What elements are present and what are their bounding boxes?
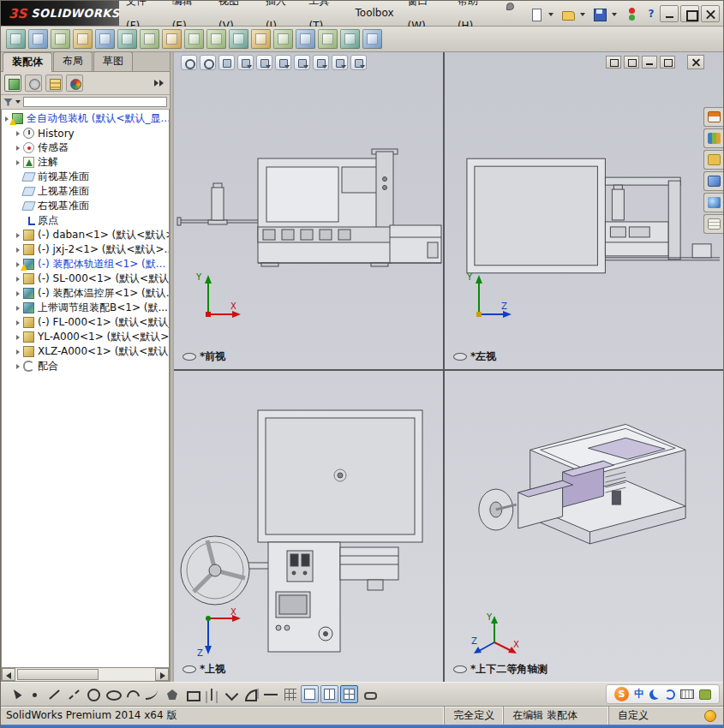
exploded-view-icon[interactable]	[229, 29, 248, 49]
grid-snap-icon[interactable]	[281, 685, 299, 703]
design-library-icon[interactable]	[703, 128, 723, 148]
ime-punctuation-icon[interactable]	[665, 689, 675, 700]
smart-fasteners-icon[interactable]	[73, 29, 93, 49]
help-button[interactable]: ?	[643, 5, 660, 22]
tree-item[interactable]: 上带调节组装配B<1> (默...	[2, 301, 169, 315]
viewport-divider-vertical[interactable]	[443, 52, 445, 682]
file-explorer-icon[interactable]	[703, 150, 723, 170]
tree-item[interactable]: XLZ-A000<1> (默认<默认...	[2, 344, 169, 359]
tree-item[interactable]: 前视基准面	[2, 170, 169, 184]
sogou-logo-icon[interactable]: S	[614, 687, 629, 701]
tree-item[interactable]: (-) SL-000<1> (默认<默认_...	[2, 272, 169, 286]
expand-arrow-icon[interactable]	[16, 320, 20, 325]
save-button[interactable]	[590, 5, 607, 22]
cascade-windows-button[interactable]	[606, 56, 621, 69]
tree-item[interactable]: (-) 装配体轨道组<1> (默...	[2, 257, 169, 272]
scroll-left-button[interactable]	[2, 668, 15, 681]
expand-arrow-icon[interactable]	[16, 146, 20, 151]
appearances-scenes-icon[interactable]	[703, 193, 723, 212]
apply-scene-icon[interactable]	[332, 55, 348, 70]
open-dropdown-icon[interactable]	[579, 5, 587, 22]
scrollbar-thumb[interactable]	[17, 669, 99, 680]
expand-arrow-icon[interactable]	[16, 262, 20, 267]
panel-tab[interactable]: 布局	[53, 51, 93, 71]
previous-view-icon[interactable]	[218, 55, 235, 70]
tree-item[interactable]: (-) 装配体温控屏<1> (默认...	[2, 286, 169, 301]
linear-component-pattern-icon[interactable]	[51, 29, 70, 49]
insert-component-icon[interactable]	[6, 29, 26, 49]
sketch-arc-icon[interactable]	[123, 685, 141, 703]
display-style-icon[interactable]	[275, 55, 291, 70]
view-orientation-icon[interactable]	[256, 55, 272, 70]
tree-item[interactable]: 全自动包装机 (默认<默认_显...	[2, 111, 169, 126]
save-dropdown-icon[interactable]	[611, 5, 619, 22]
tile-windows-button[interactable]	[624, 56, 639, 69]
filter-dropdown-arrow[interactable]	[15, 100, 21, 104]
single-view-icon[interactable]	[301, 685, 319, 703]
ime-fullhalf-icon[interactable]	[649, 689, 660, 700]
tree-item[interactable]: 右视基准面	[2, 199, 169, 213]
tree-item[interactable]: YL-A000<1> (默认<默认>...	[2, 330, 169, 344]
quick-tips-icon[interactable]	[704, 710, 716, 722]
edit-appearance-icon[interactable]	[313, 55, 329, 70]
trim-entities-icon[interactable]	[222, 685, 240, 703]
expand-arrow-icon[interactable]	[16, 291, 20, 296]
tree-item[interactable]: 原点	[2, 213, 169, 228]
tree-horizontal-scrollbar[interactable]	[1, 668, 170, 682]
expand-arrow-icon[interactable]	[16, 131, 20, 136]
panel-tab[interactable]: 装配体	[3, 52, 52, 72]
tree-item[interactable]: 上视基准面	[2, 184, 169, 199]
zoom-to-fit-icon[interactable]	[181, 55, 197, 70]
configurationmanager-tab[interactable]	[45, 75, 63, 92]
sketch-point-icon[interactable]	[25, 685, 43, 703]
centerline-icon[interactable]	[64, 685, 82, 703]
expand-arrow-icon[interactable]	[16, 160, 20, 165]
tree-item[interactable]: 配合	[2, 359, 169, 373]
ime-language-indicator[interactable]: 中	[634, 687, 644, 701]
reference-geometry-icon[interactable]	[162, 29, 182, 49]
two-view-icon[interactable]	[320, 685, 338, 703]
flyout-chevron-icon[interactable]	[153, 76, 166, 90]
scroll-right-button[interactable]	[155, 668, 169, 681]
bill-of-materials-icon[interactable]	[206, 29, 226, 49]
close-button[interactable]	[701, 5, 720, 22]
move-component-icon[interactable]	[95, 29, 115, 49]
section-view-icon[interactable]	[318, 29, 338, 49]
instant3d-icon[interactable]	[362, 29, 382, 49]
mirror-entities-icon[interactable]	[202, 685, 220, 703]
sketch-polygon-icon[interactable]	[163, 685, 181, 703]
solidworks-resources-icon[interactable]	[703, 107, 723, 127]
soft-keyboard-icon[interactable]	[680, 689, 694, 699]
propertymanager-tab[interactable]	[25, 75, 42, 92]
zoom-to-area-icon[interactable]	[200, 55, 216, 70]
rebuild-indicator-icon[interactable]	[622, 5, 639, 22]
new-dropdown-icon[interactable]	[547, 5, 555, 22]
open-button[interactable]	[559, 5, 576, 22]
minimize-document-button[interactable]	[642, 56, 657, 69]
panel-tab[interactable]: 草图	[93, 51, 133, 71]
expand-arrow-icon[interactable]	[16, 277, 20, 282]
tree-item[interactable]: (-) FL-000<1> (默认<默认_...	[2, 315, 169, 330]
view-palette-icon[interactable]	[703, 171, 723, 191]
hide-show-items-icon[interactable]	[294, 55, 310, 70]
view-settings-icon[interactable]	[350, 55, 367, 70]
expand-arrow-icon[interactable]	[16, 364, 20, 369]
tree-item[interactable]: (-) daban<1> (默认<默认>...	[2, 228, 169, 242]
tree-item[interactable]: 传感器	[2, 140, 169, 155]
filter-input[interactable]	[23, 97, 167, 107]
expand-arrow-icon[interactable]	[16, 233, 20, 238]
close-document-button[interactable]	[687, 55, 704, 69]
expand-arrow-icon[interactable]	[16, 248, 20, 253]
four-view-icon[interactable]	[340, 685, 358, 703]
new-document-button[interactable]	[527, 5, 544, 22]
maximize-button[interactable]	[680, 5, 699, 22]
custom-status-button[interactable]: 自定义	[608, 707, 682, 725]
expand-arrow-icon[interactable]	[16, 335, 20, 340]
offset-entities-icon[interactable]	[242, 685, 260, 703]
link-views-icon[interactable]	[360, 685, 378, 703]
mass-properties-icon[interactable]	[296, 29, 315, 49]
interference-detection-icon[interactable]	[251, 29, 271, 49]
menu-item[interactable]: Toolbox	[349, 1, 401, 26]
display-manager-tab[interactable]	[66, 75, 83, 92]
mate-icon[interactable]	[28, 29, 48, 49]
